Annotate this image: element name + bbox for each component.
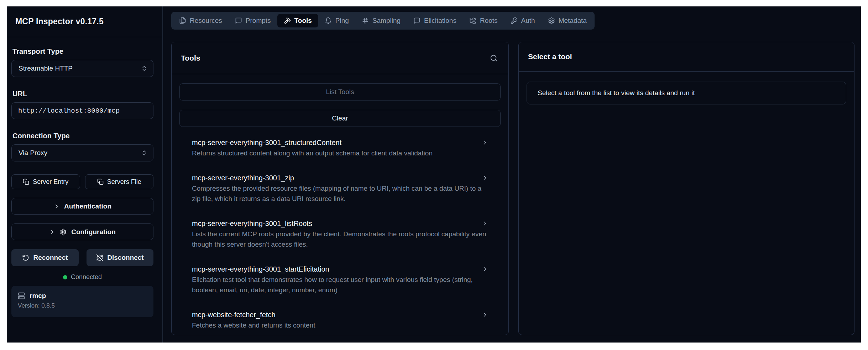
chevron-right-icon (481, 311, 488, 318)
refresh-off-icon (96, 254, 103, 261)
connection-type-select[interactable]: Via Proxy (11, 144, 153, 161)
copy-icon (97, 179, 104, 185)
chevron-right-icon (49, 229, 56, 235)
files-icon (179, 17, 186, 24)
settings-icon (548, 17, 555, 24)
chevron-right-icon (481, 220, 488, 227)
tool-list-item[interactable]: mcp-website-fetcher_fetch Fetches a webs… (192, 309, 488, 330)
tool-description: Fetches a website and returns its conten… (192, 320, 488, 330)
list-tools-button[interactable]: List Tools (179, 83, 501, 101)
search-icon (490, 54, 498, 62)
tool-list-item[interactable]: mcp-server-everything-3001_startElicitat… (192, 264, 488, 295)
servers-file-button[interactable]: Servers File (85, 174, 154, 189)
url-label: URL (12, 90, 153, 98)
tool-name: mcp-server-everything-3001_startElicitat… (192, 264, 329, 274)
tab-metadata[interactable]: Metadata (542, 14, 593, 27)
tab-sampling[interactable]: Sampling (355, 14, 407, 27)
tools-panel-body: List Tools Clear mcp-server-everything-3… (172, 74, 508, 330)
status-dot (63, 275, 67, 279)
tool-name: mcp-server-everything-3001_zip (192, 173, 294, 183)
top-nav: Resources Prompts Tools Ping Sampling El… (171, 12, 595, 30)
server-card: rmcp Version: 0.8.5 (11, 286, 153, 317)
transport-type-label: Transport Type (12, 47, 153, 56)
hash-icon (362, 17, 369, 24)
tool-detail-panel: Select a tool Select a tool from the lis… (518, 42, 854, 335)
tool-list-item[interactable]: mcp-server-everything-3001_listRoots Lis… (192, 218, 488, 249)
sidebar: MCP Inspector v0.17.5 Transport Type Str… (7, 6, 163, 343)
tab-resources[interactable]: Resources (173, 14, 229, 27)
authentication-toggle[interactable]: Authentication (11, 198, 153, 215)
tool-description: Returns structured content along with an… (192, 148, 488, 158)
bell-icon (325, 17, 332, 24)
copy-buttons-row: Server Entry Servers File (11, 174, 153, 189)
connection-type-value: Via Proxy (19, 149, 47, 157)
server-entry-button[interactable]: Server Entry (11, 174, 80, 189)
connection-type-label: Connection Type (12, 132, 153, 140)
search-button[interactable] (488, 53, 499, 63)
main-area: Resources Prompts Tools Ping Sampling El… (163, 6, 861, 343)
tools-panel-header: Tools (172, 42, 508, 74)
reconnect-label: Reconnect (33, 254, 68, 262)
tab-prompts[interactable]: Prompts (229, 14, 277, 27)
sidebar-header: MCP Inspector v0.17.5 (7, 6, 162, 37)
message-square-icon (235, 17, 242, 24)
key-icon (511, 17, 518, 24)
configuration-toggle[interactable]: Configuration (11, 223, 153, 240)
configuration-label: Configuration (71, 228, 116, 236)
servers-file-label: Servers File (107, 178, 141, 186)
tool-detail-body: Select a tool from the list to view its … (519, 72, 854, 104)
tab-auth[interactable]: Auth (504, 14, 542, 27)
server-icon (18, 292, 25, 299)
chevrons-up-down-icon (141, 65, 147, 72)
server-version: Version: 0.8.5 (18, 302, 147, 309)
tab-roots[interactable]: Roots (463, 14, 504, 27)
transport-type-value: Streamable HTTP (19, 65, 73, 72)
tool-description: Lists the current MCP roots provided by … (192, 229, 488, 249)
copy-icon (23, 179, 29, 185)
url-value: http://localhost:8080/mcp (18, 107, 120, 115)
connection-buttons-row: Reconnect Disconnect (11, 249, 153, 266)
tab-elicitations[interactable]: Elicitations (407, 14, 463, 27)
tool-list-item[interactable]: mcp-server-everything-3001_structuredCon… (192, 137, 488, 158)
tools-panel: Tools List Tools Clear mcp-server-everyt… (171, 42, 509, 335)
server-entry-label: Server Entry (33, 178, 68, 186)
gear-icon (60, 228, 67, 236)
connection-status: Connected (11, 273, 153, 281)
tab-ping[interactable]: Ping (318, 14, 355, 27)
chevron-right-icon (53, 203, 60, 210)
app-window: MCP Inspector v0.17.5 Transport Type Str… (7, 6, 861, 343)
chevron-right-icon (481, 139, 488, 146)
reconnect-button[interactable]: Reconnect (11, 249, 79, 266)
tool-detail-header: Select a tool (519, 42, 854, 72)
clear-button[interactable]: Clear (179, 110, 501, 127)
tool-detail-title: Select a tool (528, 52, 572, 61)
status-label: Connected (71, 273, 102, 281)
tools-panel-title: Tools (181, 54, 200, 62)
message-square-icon (413, 17, 420, 24)
tool-list: mcp-server-everything-3001_structuredCon… (179, 136, 501, 330)
app-title: MCP Inspector v0.17.5 (15, 17, 104, 26)
sidebar-body: Transport Type Streamable HTTP URL http:… (7, 37, 162, 317)
authentication-label: Authentication (64, 202, 111, 210)
chevron-right-icon (481, 266, 488, 273)
tool-list-item[interactable]: mcp-server-everything-3001_zip Compresse… (192, 173, 488, 204)
rotate-ccw-icon (22, 254, 29, 261)
disconnect-label: Disconnect (107, 254, 143, 262)
hammer-icon (284, 17, 291, 24)
disconnect-button[interactable]: Disconnect (87, 249, 153, 266)
folder-tree-icon (469, 17, 476, 24)
tool-name: mcp-server-everything-3001_structuredCon… (192, 137, 341, 148)
tool-name: mcp-server-everything-3001_listRoots (192, 218, 312, 229)
server-name: rmcp (30, 292, 46, 300)
tab-tools[interactable]: Tools (277, 14, 318, 27)
chevrons-up-down-icon (141, 150, 147, 156)
chevron-right-icon (481, 174, 488, 181)
url-input[interactable]: http://localhost:8080/mcp (11, 102, 153, 119)
transport-type-select[interactable]: Streamable HTTP (11, 60, 153, 77)
tool-detail-placeholder: Select a tool from the list to view its … (527, 82, 846, 104)
tool-description: Compresses the provided resource files (… (192, 183, 488, 204)
tool-description: Elicitation test tool that demonstrates … (192, 274, 488, 295)
tool-name: mcp-website-fetcher_fetch (192, 309, 276, 320)
